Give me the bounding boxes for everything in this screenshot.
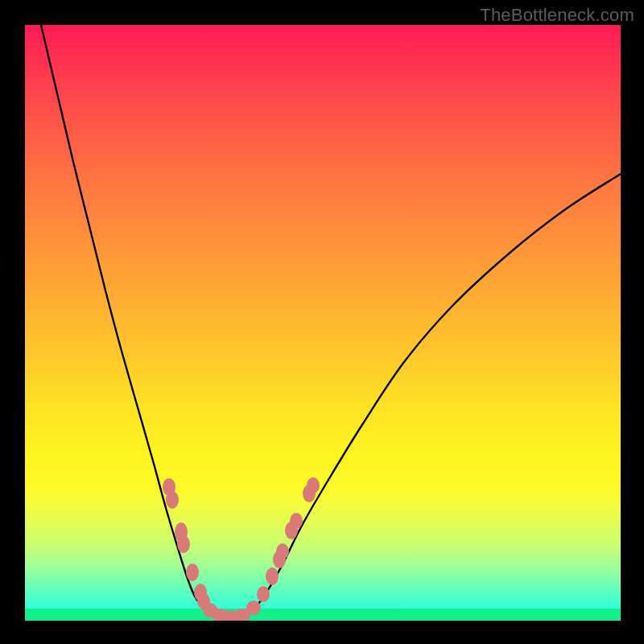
highlight-dot bbox=[266, 568, 279, 585]
curve-layer bbox=[25, 25, 621, 621]
highlight-dot bbox=[166, 491, 179, 509]
highlight-dot bbox=[177, 535, 190, 553]
watermark-text: TheBottleneck.com bbox=[480, 5, 634, 26]
highlighted-dots-group bbox=[163, 477, 320, 621]
highlight-dot bbox=[276, 543, 289, 559]
highlight-dot bbox=[246, 601, 261, 615]
plot-area bbox=[25, 25, 621, 621]
bottleneck-curve bbox=[41, 25, 621, 617]
chart-frame: TheBottleneck.com bbox=[0, 0, 644, 644]
highlight-dot bbox=[307, 477, 320, 493]
highlight-dot bbox=[290, 513, 303, 529]
highlight-dot bbox=[257, 586, 270, 602]
highlight-dot bbox=[186, 564, 199, 581]
